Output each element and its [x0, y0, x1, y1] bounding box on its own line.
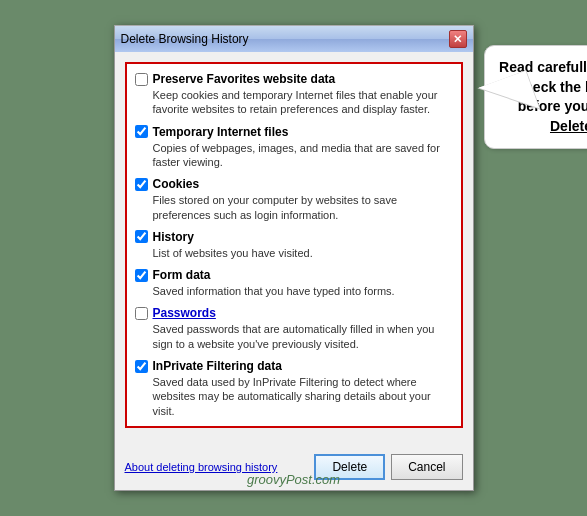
- checkbox-item: CookiesFiles stored on your computer by …: [135, 177, 453, 222]
- checkbox-input[interactable]: [135, 360, 148, 373]
- checkbox-item: PasswordsSaved passwords that are automa…: [135, 306, 453, 351]
- checkbox-item: HistoryList of websites you have visited…: [135, 230, 453, 260]
- checkbox-label: Preserve Favorites website data: [153, 72, 336, 86]
- checkbox-item: InPrivate Filtering dataSaved data used …: [135, 359, 453, 418]
- bubble-text: Read carefully as you check the boxes be…: [499, 59, 587, 134]
- checkbox-description: Saved passwords that are automatically f…: [153, 322, 453, 351]
- checkbox-label: History: [153, 230, 194, 244]
- checkbox-input[interactable]: [135, 269, 148, 282]
- window-title: Delete Browsing History: [121, 32, 249, 46]
- checkbox-input[interactable]: [135, 230, 148, 243]
- checkbox-label: Temporary Internet files: [153, 125, 289, 139]
- dialog-content: Preserve Favorites website dataKeep cook…: [115, 52, 473, 448]
- checkbox-description: Saved data used by InPrivate Filtering t…: [153, 375, 453, 418]
- checkbox-label: Form data: [153, 268, 211, 282]
- close-button[interactable]: ✕: [449, 30, 467, 48]
- checkbox-input[interactable]: [135, 73, 148, 86]
- checkbox-label[interactable]: Passwords: [153, 306, 216, 320]
- title-bar: Delete Browsing History ✕: [115, 26, 473, 52]
- checkbox-item: Preserve Favorites website dataKeep cook…: [135, 72, 453, 117]
- checkbox-input[interactable]: [135, 178, 148, 191]
- checkbox-input[interactable]: [135, 125, 148, 138]
- checkbox-description: Saved information that you have typed in…: [153, 284, 453, 298]
- checkbox-item: Temporary Internet filesCopies of webpag…: [135, 125, 453, 170]
- dialog-window: Delete Browsing History ✕ Preserve Favor…: [114, 25, 474, 491]
- checkbox-description: Files stored on your computer by website…: [153, 193, 453, 222]
- checkbox-label: Cookies: [153, 177, 200, 191]
- bubble-delete-word: Delete: [550, 118, 587, 134]
- checkbox-item: Form dataSaved information that you have…: [135, 268, 453, 298]
- watermark: groovyPost.com: [247, 472, 340, 487]
- checkbox-label: InPrivate Filtering data: [153, 359, 282, 373]
- checkbox-description: List of websites you have visited.: [153, 246, 453, 260]
- checkboxes-panel: Preserve Favorites website dataKeep cook…: [125, 62, 463, 428]
- checkbox-description: Copies of webpages, images, and media th…: [153, 141, 453, 170]
- checkbox-input[interactable]: [135, 307, 148, 320]
- speech-bubble: Read carefully as you check the boxes be…: [484, 45, 588, 149]
- cancel-button[interactable]: Cancel: [391, 454, 462, 480]
- checkbox-description: Keep cookies and temporary Internet file…: [153, 88, 453, 117]
